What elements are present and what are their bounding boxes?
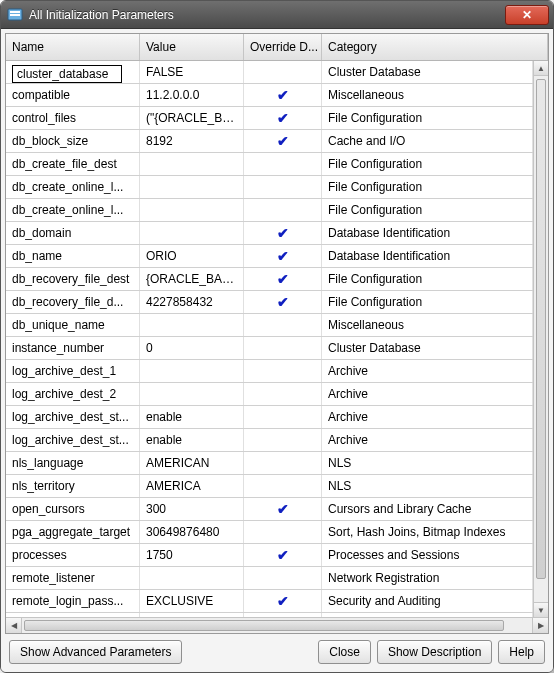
table-row[interactable]: nls_territoryAMERICANLS bbox=[6, 475, 533, 498]
cell-name[interactable]: cluster_database bbox=[6, 61, 140, 83]
cell-name[interactable]: control_files bbox=[6, 107, 140, 129]
col-header-override[interactable]: Override D... bbox=[244, 34, 322, 60]
table-row[interactable]: cluster_databaseFALSECluster Database bbox=[6, 61, 533, 84]
cell-name[interactable]: remote_listener bbox=[6, 567, 140, 589]
cell-override[interactable]: ✔ bbox=[244, 130, 322, 152]
cell-name[interactable]: sessions bbox=[6, 613, 140, 617]
cell-override[interactable]: ✔ bbox=[244, 613, 322, 617]
table-row[interactable]: db_unique_nameMiscellaneous bbox=[6, 314, 533, 337]
cell-value[interactable]: 8192 bbox=[140, 130, 244, 152]
table-row[interactable]: log_archive_dest_1Archive bbox=[6, 360, 533, 383]
col-header-value[interactable]: Value bbox=[140, 34, 244, 60]
table-row[interactable]: db_domain✔Database Identification bbox=[6, 222, 533, 245]
cell-value[interactable] bbox=[140, 360, 244, 382]
cell-name[interactable]: db_create_online_l... bbox=[6, 176, 140, 198]
col-header-name[interactable]: Name bbox=[6, 34, 140, 60]
cell-override[interactable]: ✔ bbox=[244, 84, 322, 106]
cell-override[interactable]: ✔ bbox=[244, 498, 322, 520]
table-row[interactable]: pga_aggregate_target30649876480Sort, Has… bbox=[6, 521, 533, 544]
cell-override[interactable]: ✔ bbox=[244, 107, 322, 129]
cell-value[interactable] bbox=[140, 567, 244, 589]
cell-override[interactable] bbox=[244, 314, 322, 336]
cell-value[interactable]: ORIO bbox=[140, 245, 244, 267]
scroll-up-button[interactable]: ▲ bbox=[534, 61, 548, 76]
scroll-thumb-horizontal[interactable] bbox=[24, 620, 504, 631]
cell-value[interactable]: 1750 bbox=[140, 544, 244, 566]
cell-value[interactable] bbox=[140, 176, 244, 198]
cell-name[interactable]: db_name bbox=[6, 245, 140, 267]
table-row[interactable]: db_recovery_file_dest{ORACLE_BAS...✔File… bbox=[6, 268, 533, 291]
scroll-right-button[interactable]: ▶ bbox=[532, 618, 548, 633]
cell-name[interactable]: db_create_online_l... bbox=[6, 199, 140, 221]
cell-name[interactable]: db_recovery_file_d... bbox=[6, 291, 140, 313]
table-row[interactable]: db_create_online_l...File Configuration bbox=[6, 176, 533, 199]
vertical-scrollbar[interactable]: ▲ ▼ bbox=[533, 61, 548, 617]
show-description-button[interactable]: Show Description bbox=[377, 640, 492, 664]
cell-value[interactable]: {ORACLE_BAS... bbox=[140, 268, 244, 290]
cell-name[interactable]: db_domain bbox=[6, 222, 140, 244]
horizontal-scrollbar[interactable]: ◀ ▶ bbox=[6, 617, 548, 633]
cell-override[interactable]: ✔ bbox=[244, 590, 322, 612]
cell-value[interactable]: EXCLUSIVE bbox=[140, 590, 244, 612]
cell-override[interactable] bbox=[244, 406, 322, 428]
cell-override[interactable] bbox=[244, 337, 322, 359]
cell-override[interactable]: ✔ bbox=[244, 544, 322, 566]
cell-value[interactable] bbox=[140, 153, 244, 175]
cell-override[interactable] bbox=[244, 360, 322, 382]
table-row[interactable]: remote_listenerNetwork Registration bbox=[6, 567, 533, 590]
cell-value[interactable]: 0 bbox=[140, 337, 244, 359]
cell-override[interactable] bbox=[244, 153, 322, 175]
cell-value[interactable]: enable bbox=[140, 429, 244, 451]
cell-name[interactable]: db_recovery_file_dest bbox=[6, 268, 140, 290]
show-advanced-button[interactable]: Show Advanced Parameters bbox=[9, 640, 182, 664]
cell-override[interactable] bbox=[244, 199, 322, 221]
cell-name[interactable]: db_block_size bbox=[6, 130, 140, 152]
table-row[interactable]: control_files("{ORACLE_BA...✔File Config… bbox=[6, 107, 533, 130]
cell-override[interactable] bbox=[244, 452, 322, 474]
cell-value[interactable] bbox=[140, 383, 244, 405]
cell-name[interactable]: pga_aggregate_target bbox=[6, 521, 140, 543]
table-row[interactable]: compatible11.2.0.0.0✔Miscellaneous bbox=[6, 84, 533, 107]
table-row[interactable]: db_create_file_destFile Configuration bbox=[6, 153, 533, 176]
cell-name[interactable]: nls_language bbox=[6, 452, 140, 474]
cell-override[interactable] bbox=[244, 61, 322, 83]
window-close-button[interactable]: ✕ bbox=[505, 5, 549, 25]
cell-value[interactable]: ("{ORACLE_BA... bbox=[140, 107, 244, 129]
cell-value[interactable] bbox=[140, 314, 244, 336]
help-button[interactable]: Help bbox=[498, 640, 545, 664]
table-row[interactable]: processes1750✔Processes and Sessions bbox=[6, 544, 533, 567]
cell-override[interactable]: ✔ bbox=[244, 222, 322, 244]
cell-name[interactable]: remote_login_pass... bbox=[6, 590, 140, 612]
table-row[interactable]: db_nameORIO✔Database Identification bbox=[6, 245, 533, 268]
cell-value[interactable]: 30649876480 bbox=[140, 521, 244, 543]
table-row[interactable]: open_cursors300✔Cursors and Library Cach… bbox=[6, 498, 533, 521]
cell-override[interactable] bbox=[244, 429, 322, 451]
cell-value[interactable]: 300 bbox=[140, 498, 244, 520]
selected-cell[interactable]: cluster_database bbox=[12, 65, 122, 83]
table-row[interactable]: db_block_size8192✔Cache and I/O bbox=[6, 130, 533, 153]
cell-name[interactable]: compatible bbox=[6, 84, 140, 106]
cell-value[interactable]: 1930 bbox=[140, 613, 244, 617]
table-row[interactable]: db_create_online_l...File Configuration bbox=[6, 199, 533, 222]
cell-name[interactable]: processes bbox=[6, 544, 140, 566]
cell-name[interactable]: log_archive_dest_2 bbox=[6, 383, 140, 405]
cell-override[interactable]: ✔ bbox=[244, 291, 322, 313]
cell-value[interactable]: FALSE bbox=[140, 61, 244, 83]
cell-name[interactable]: instance_number bbox=[6, 337, 140, 359]
cell-value[interactable]: AMERICAN bbox=[140, 452, 244, 474]
cell-value[interactable]: 11.2.0.0.0 bbox=[140, 84, 244, 106]
cell-name[interactable]: log_archive_dest_st... bbox=[6, 406, 140, 428]
cell-override[interactable]: ✔ bbox=[244, 245, 322, 267]
cell-value[interactable]: 4227858432 bbox=[140, 291, 244, 313]
cell-name[interactable]: db_create_file_dest bbox=[6, 153, 140, 175]
cell-override[interactable] bbox=[244, 383, 322, 405]
close-button[interactable]: Close bbox=[318, 640, 371, 664]
table-row[interactable]: instance_number0Cluster Database bbox=[6, 337, 533, 360]
cell-value[interactable]: AMERICA bbox=[140, 475, 244, 497]
cell-name[interactable]: db_unique_name bbox=[6, 314, 140, 336]
table-row[interactable]: remote_login_pass...EXCLUSIVE✔Security a… bbox=[6, 590, 533, 613]
cell-override[interactable]: ✔ bbox=[244, 268, 322, 290]
table-row[interactable]: db_recovery_file_d...4227858432✔File Con… bbox=[6, 291, 533, 314]
cell-override[interactable] bbox=[244, 521, 322, 543]
scroll-thumb-vertical[interactable] bbox=[536, 79, 546, 579]
